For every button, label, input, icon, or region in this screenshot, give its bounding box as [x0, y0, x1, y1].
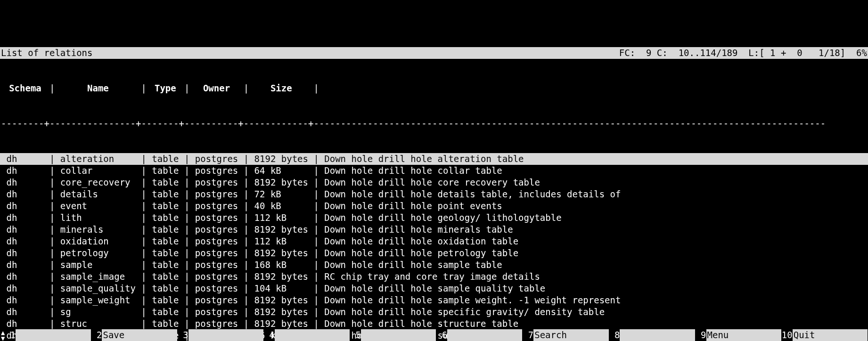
cell-type: table	[147, 177, 184, 188]
cell-size: 168 kB	[249, 259, 313, 271]
scroll-indicator[interactable]: ▲ ▼	[1, 330, 5, 341]
cell-desc: Down hole drill hole collar table	[319, 165, 868, 177]
cell-size: 8192 bytes	[249, 177, 313, 188]
cell-size: 8192 bytes	[249, 224, 313, 235]
fnkey-label[interactable]: Search	[533, 329, 608, 341]
cell-name: collar	[55, 165, 141, 177]
cell-type: table	[147, 271, 184, 283]
cell-desc: RC chip tray and core tray image details	[319, 271, 868, 283]
table-row[interactable]: dh|sample_quality|table|postgres|104 kB|…	[0, 283, 868, 294]
cell-schema: dh	[1, 247, 49, 259]
table-row[interactable]: dh|event|table|postgres|40 kB|Down hole …	[0, 200, 868, 212]
header-row: Schema| Name| Type| Owner| Size|	[0, 82, 868, 94]
cell-desc: Down hole drill hole oxidation table	[319, 235, 868, 247]
cell-schema: dh	[1, 165, 49, 177]
table-row[interactable]: dh|sample_image|table|postgres|8192 byte…	[0, 271, 868, 283]
cell-desc: Down hole drill hole geology/ lithologyt…	[319, 212, 868, 224]
cell-name: sg	[55, 306, 141, 318]
fnkey-num: 7	[523, 329, 533, 341]
fnkey-label[interactable]	[16, 329, 90, 341]
cell-size: 112 kB	[249, 235, 313, 247]
table-row[interactable]: dh|sample_weight|table|postgres|8192 byt…	[0, 294, 868, 306]
cell-type: table	[147, 259, 184, 271]
table-row[interactable]: dh|minerals|table|postgres|8192 bytes|Do…	[0, 224, 868, 235]
fnkey-num: 3	[178, 329, 188, 341]
fnkey-9[interactable]: 9Menu	[696, 329, 782, 341]
cell-schema: dh	[1, 306, 49, 318]
cell-owner: postgres	[189, 188, 243, 200]
fnkey-8[interactable]: 8	[609, 329, 696, 341]
fnkey-label[interactable]: Quit	[793, 329, 868, 341]
cell-schema: dh	[1, 212, 49, 224]
cell-type: table	[147, 306, 184, 318]
table-row[interactable]: dh|collar|table|postgres|64 kB|Down hole…	[0, 165, 868, 177]
table-row[interactable]: dh|lith|table|postgres|112 kB|Down hole …	[0, 212, 868, 224]
cell-name: sample_weight	[55, 294, 141, 306]
cell-name: oxidation	[55, 235, 141, 247]
fnkey-6[interactable]: 6	[436, 329, 523, 341]
hdr-owner: Owner	[189, 82, 243, 94]
cell-name: core_recovery	[55, 177, 141, 188]
cell-owner: postgres	[189, 212, 243, 224]
table-row[interactable]: dh|sample|table|postgres|168 kB|Down hol…	[0, 259, 868, 271]
fnkey-num: 10	[782, 329, 793, 341]
fnkey-label[interactable]	[620, 329, 695, 341]
cell-desc: Down hole drill hole details table, incl…	[319, 188, 868, 200]
table-row[interactable]: dh|struc|table|postgres|8192 bytes|Down …	[0, 318, 868, 330]
cell-type: table	[147, 165, 184, 177]
cell-type: table	[147, 224, 184, 235]
fnkey-label[interactable]	[275, 329, 350, 341]
hdr-size: Size	[249, 82, 313, 94]
cell-name: petrology	[55, 247, 141, 259]
cell-size: 112 kB	[249, 212, 313, 224]
cell-size: 104 kB	[249, 283, 313, 294]
cell-type: table	[147, 212, 184, 224]
fnkey-4[interactable]: 4	[264, 329, 350, 341]
cell-name: sample_quality	[55, 283, 141, 294]
fnkey-2[interactable]: 2Save	[91, 329, 178, 341]
separator-row: --------+----------------+-------+------…	[0, 118, 868, 130]
table-row[interactable]: dh|oxidation|table|postgres|112 kB|Down …	[0, 235, 868, 247]
cell-owner: postgres	[189, 165, 243, 177]
function-key-bar: ▲ ▼ 12Save34567Search89Menu10Quit	[0, 329, 868, 341]
cell-size: 40 kB	[249, 200, 313, 212]
table-row[interactable]: dh|petrology|table|postgres|8192 bytes|D…	[0, 247, 868, 259]
cell-type: table	[147, 247, 184, 259]
cell-schema: dh	[1, 224, 49, 235]
cell-owner: postgres	[189, 224, 243, 235]
cell-type: table	[147, 153, 184, 165]
fnkey-1[interactable]: 1	[5, 329, 91, 341]
table-row[interactable]: dh|alteration|table|postgres|8192 bytes|…	[0, 153, 868, 165]
hdr-desc	[319, 82, 868, 94]
cell-size: 64 kB	[249, 165, 313, 177]
title-left: List of relations	[1, 47, 92, 59]
table-row[interactable]: dh|core_recovery|table|postgres|8192 byt…	[0, 177, 868, 188]
scroll-down-icon[interactable]: ▼	[1, 335, 5, 341]
table-row[interactable]: dh|details|table|postgres|72 kB|Down hol…	[0, 188, 868, 200]
cell-desc: Down hole drill hole sample table	[319, 259, 868, 271]
fnkey-num: 2	[91, 329, 102, 341]
cell-type: table	[147, 294, 184, 306]
cell-name: sample	[55, 259, 141, 271]
cell-owner: postgres	[189, 283, 243, 294]
fnkey-label[interactable]	[188, 329, 263, 341]
table-row[interactable]: dh|sg|table|postgres|8192 bytes|Down hol…	[0, 306, 868, 318]
fnkey-10[interactable]: 10Quit	[782, 329, 868, 341]
fnkey-num: 5	[350, 329, 361, 341]
cell-type: table	[147, 318, 184, 330]
cell-name: alteration	[55, 153, 141, 165]
fnkey-label[interactable]	[361, 329, 436, 341]
fnkey-3[interactable]: 3	[178, 329, 264, 341]
cell-owner: postgres	[189, 235, 243, 247]
cell-schema: dh	[1, 235, 49, 247]
cell-schema: dh	[1, 188, 49, 200]
cell-type: table	[147, 200, 184, 212]
cell-schema: dh	[1, 259, 49, 271]
fnkey-7[interactable]: 7Search	[523, 329, 609, 341]
cell-desc: Down hole drill hole sample weight. -1 w…	[319, 294, 868, 306]
cell-schema: dh	[1, 271, 49, 283]
fnkey-label[interactable]: Menu	[706, 329, 781, 341]
fnkey-label[interactable]	[447, 329, 522, 341]
fnkey-5[interactable]: 5	[350, 329, 436, 341]
fnkey-label[interactable]: Save	[102, 329, 177, 341]
